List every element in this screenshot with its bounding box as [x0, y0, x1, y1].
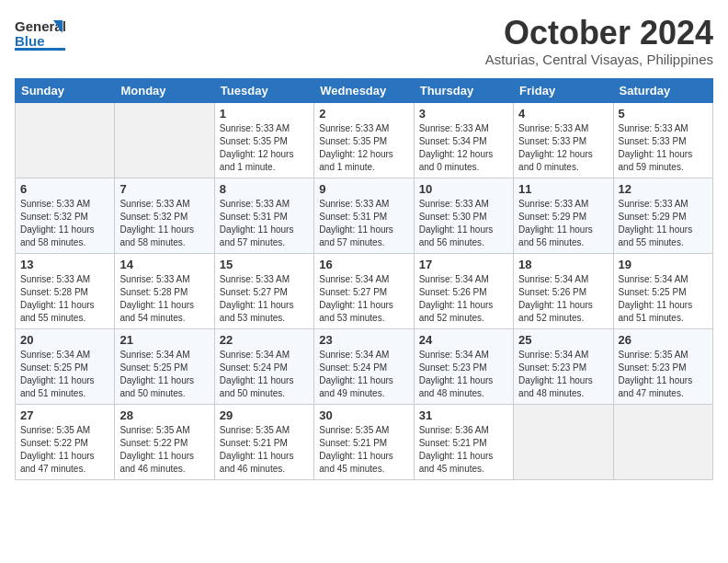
day-info: Sunrise: 5:33 AM Sunset: 5:32 PM Dayligh… — [20, 198, 109, 249]
table-row: 19Sunrise: 5:34 AM Sunset: 5:25 PM Dayli… — [613, 253, 712, 328]
table-row: 13Sunrise: 5:33 AM Sunset: 5:28 PM Dayli… — [16, 253, 115, 328]
table-row: 12Sunrise: 5:33 AM Sunset: 5:29 PM Dayli… — [613, 178, 712, 253]
day-number: 20 — [20, 333, 109, 347]
table-row: 27Sunrise: 5:35 AM Sunset: 5:22 PM Dayli… — [16, 404, 115, 479]
day-number: 24 — [419, 333, 508, 347]
day-info: Sunrise: 5:33 AM Sunset: 5:29 PM Dayligh… — [518, 198, 608, 249]
day-info: Sunrise: 5:34 AM Sunset: 5:24 PM Dayligh… — [319, 349, 408, 400]
day-number: 10 — [419, 182, 508, 196]
title-block: October 2024 Asturias, Central Visayas, … — [485, 15, 713, 67]
day-number: 15 — [220, 258, 309, 271]
day-number: 8 — [220, 182, 309, 196]
col-wednesday: Wednesday — [314, 78, 414, 102]
day-number: 21 — [119, 333, 209, 347]
svg-text:Blue: Blue — [15, 33, 45, 49]
day-number: 25 — [518, 333, 608, 347]
day-info: Sunrise: 5:34 AM Sunset: 5:23 PM Dayligh… — [518, 349, 608, 400]
col-thursday: Thursday — [414, 78, 513, 102]
table-row: 3Sunrise: 5:33 AM Sunset: 5:34 PM Daylig… — [414, 102, 513, 178]
day-number: 3 — [419, 107, 508, 121]
day-info: Sunrise: 5:33 AM Sunset: 5:33 PM Dayligh… — [518, 122, 608, 174]
day-info: Sunrise: 5:33 AM Sunset: 5:31 PM Dayligh… — [319, 198, 408, 249]
day-info: Sunrise: 5:34 AM Sunset: 5:23 PM Dayligh… — [419, 349, 508, 400]
table-row: 16Sunrise: 5:34 AM Sunset: 5:27 PM Dayli… — [314, 253, 414, 328]
day-number: 30 — [319, 408, 408, 422]
table-row: 6Sunrise: 5:33 AM Sunset: 5:32 PM Daylig… — [16, 178, 115, 253]
day-info: Sunrise: 5:34 AM Sunset: 5:27 PM Dayligh… — [319, 273, 408, 325]
day-number: 4 — [518, 107, 608, 121]
day-info: Sunrise: 5:33 AM Sunset: 5:35 PM Dayligh… — [319, 122, 408, 174]
day-info: Sunrise: 5:34 AM Sunset: 5:25 PM Dayligh… — [20, 349, 109, 400]
table-row: 26Sunrise: 5:35 AM Sunset: 5:23 PM Dayli… — [613, 328, 712, 404]
col-tuesday: Tuesday — [214, 78, 313, 102]
table-row: 2Sunrise: 5:33 AM Sunset: 5:35 PM Daylig… — [314, 102, 414, 178]
day-info: Sunrise: 5:34 AM Sunset: 5:24 PM Dayligh… — [220, 349, 309, 400]
day-info: Sunrise: 5:33 AM Sunset: 5:28 PM Dayligh… — [119, 273, 209, 325]
day-number: 9 — [319, 182, 408, 196]
calendar-week-row: 20Sunrise: 5:34 AM Sunset: 5:25 PM Dayli… — [16, 328, 713, 404]
col-monday: Monday — [115, 78, 214, 102]
day-number: 26 — [619, 333, 708, 347]
table-row: 22Sunrise: 5:34 AM Sunset: 5:24 PM Dayli… — [214, 328, 313, 404]
table-row: 17Sunrise: 5:34 AM Sunset: 5:26 PM Dayli… — [414, 253, 513, 328]
calendar-week-row: 27Sunrise: 5:35 AM Sunset: 5:22 PM Dayli… — [16, 404, 713, 479]
day-number: 1 — [220, 107, 309, 121]
day-number: 5 — [619, 107, 708, 121]
table-row: 29Sunrise: 5:35 AM Sunset: 5:21 PM Dayli… — [214, 404, 313, 479]
calendar-week-row: 1Sunrise: 5:33 AM Sunset: 5:35 PM Daylig… — [16, 102, 713, 178]
page-header: General Blue October 2024 Asturias, Cent… — [15, 15, 713, 67]
table-row — [16, 102, 115, 178]
day-info: Sunrise: 5:33 AM Sunset: 5:32 PM Dayligh… — [119, 198, 209, 249]
day-info: Sunrise: 5:35 AM Sunset: 5:22 PM Dayligh… — [20, 424, 109, 476]
logo: General Blue — [15, 15, 68, 55]
day-number: 6 — [20, 182, 109, 196]
day-info: Sunrise: 5:33 AM Sunset: 5:35 PM Dayligh… — [220, 122, 309, 174]
table-row — [613, 404, 712, 479]
day-number: 18 — [518, 258, 608, 271]
table-row: 11Sunrise: 5:33 AM Sunset: 5:29 PM Dayli… — [514, 178, 613, 253]
calendar-header-row: Sunday Monday Tuesday Wednesday Thursday… — [16, 78, 713, 102]
day-number: 13 — [20, 258, 109, 271]
table-row: 25Sunrise: 5:34 AM Sunset: 5:23 PM Dayli… — [514, 328, 613, 404]
day-number: 17 — [419, 258, 508, 271]
table-row: 31Sunrise: 5:36 AM Sunset: 5:21 PM Dayli… — [414, 404, 513, 479]
table-row: 20Sunrise: 5:34 AM Sunset: 5:25 PM Dayli… — [16, 328, 115, 404]
day-number: 7 — [119, 182, 209, 196]
day-number: 28 — [119, 408, 209, 422]
day-info: Sunrise: 5:33 AM Sunset: 5:31 PM Dayligh… — [220, 198, 309, 249]
table-row: 24Sunrise: 5:34 AM Sunset: 5:23 PM Dayli… — [414, 328, 513, 404]
day-info: Sunrise: 5:34 AM Sunset: 5:26 PM Dayligh… — [518, 273, 608, 325]
calendar-table: Sunday Monday Tuesday Wednesday Thursday… — [15, 78, 713, 480]
day-number: 11 — [518, 182, 608, 196]
day-info: Sunrise: 5:33 AM Sunset: 5:28 PM Dayligh… — [20, 273, 109, 325]
col-friday: Friday — [514, 78, 613, 102]
day-number: 16 — [319, 258, 408, 271]
table-row: 8Sunrise: 5:33 AM Sunset: 5:31 PM Daylig… — [214, 178, 313, 253]
svg-rect-3 — [15, 48, 65, 51]
col-saturday: Saturday — [613, 78, 712, 102]
table-row — [115, 102, 214, 178]
day-info: Sunrise: 5:35 AM Sunset: 5:21 PM Dayligh… — [220, 424, 309, 476]
day-number: 2 — [319, 107, 408, 121]
logo-icon: General Blue — [15, 15, 68, 55]
day-info: Sunrise: 5:34 AM Sunset: 5:26 PM Dayligh… — [419, 273, 508, 325]
table-row: 9Sunrise: 5:33 AM Sunset: 5:31 PM Daylig… — [314, 178, 414, 253]
day-number: 14 — [119, 258, 209, 271]
location: Asturias, Central Visayas, Philippines — [485, 52, 713, 67]
day-number: 23 — [319, 333, 408, 347]
table-row: 4Sunrise: 5:33 AM Sunset: 5:33 PM Daylig… — [514, 102, 613, 178]
table-row: 30Sunrise: 5:35 AM Sunset: 5:21 PM Dayli… — [314, 404, 414, 479]
table-row: 14Sunrise: 5:33 AM Sunset: 5:28 PM Dayli… — [115, 253, 214, 328]
day-info: Sunrise: 5:36 AM Sunset: 5:21 PM Dayligh… — [419, 424, 508, 476]
day-info: Sunrise: 5:33 AM Sunset: 5:30 PM Dayligh… — [419, 198, 508, 249]
table-row: 18Sunrise: 5:34 AM Sunset: 5:26 PM Dayli… — [514, 253, 613, 328]
day-number: 12 — [619, 182, 708, 196]
day-number: 29 — [220, 408, 309, 422]
day-number: 19 — [619, 258, 708, 271]
table-row: 5Sunrise: 5:33 AM Sunset: 5:33 PM Daylig… — [613, 102, 712, 178]
calendar-week-row: 6Sunrise: 5:33 AM Sunset: 5:32 PM Daylig… — [16, 178, 713, 253]
day-info: Sunrise: 5:33 AM Sunset: 5:33 PM Dayligh… — [619, 122, 708, 174]
day-info: Sunrise: 5:35 AM Sunset: 5:21 PM Dayligh… — [319, 424, 408, 476]
day-info: Sunrise: 5:33 AM Sunset: 5:29 PM Dayligh… — [619, 198, 708, 249]
day-number: 22 — [220, 333, 309, 347]
